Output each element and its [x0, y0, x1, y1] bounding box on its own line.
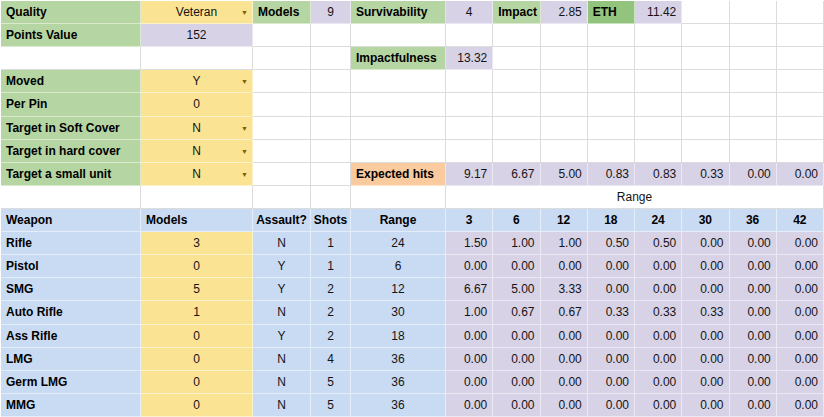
weapon-assault-value: Y	[253, 325, 311, 348]
hard-cover-label: Target in hard cover	[1, 140, 141, 163]
weapon-hits-value: 0.00	[541, 325, 588, 348]
weapon-hits-value: 0.00	[588, 255, 635, 278]
weapon-name: Germ LMG	[1, 371, 141, 394]
weapon-hits-value: 0.33	[682, 301, 729, 324]
empty-cell	[351, 93, 446, 116]
empty-cell	[588, 47, 635, 70]
empty-cell	[311, 163, 351, 186]
empty-cell	[1, 47, 141, 70]
weapon-hits-value: 0.00	[682, 348, 729, 371]
weapon-hits-value: 0.00	[588, 394, 635, 417]
weapon-name: Rifle	[1, 232, 141, 255]
assault-column-header: Assault?	[253, 209, 311, 232]
weapon-models-input[interactable]: 1	[141, 301, 253, 324]
weapon-hits-value: 0.00	[588, 278, 635, 301]
empty-cell	[311, 117, 351, 140]
expected-hits-value: 0.00	[777, 163, 824, 186]
dropdown-arrow-icon[interactable]: ▼	[241, 147, 248, 154]
weapon-hits-value: 0.00	[541, 394, 588, 417]
quality-select[interactable]: Veteran ▼	[141, 1, 253, 24]
weapon-name: Pistol	[1, 255, 141, 278]
weapon-assault-value: Y	[253, 255, 311, 278]
range-value-header: 36	[730, 209, 777, 232]
empty-cell	[253, 47, 311, 70]
empty-cell	[541, 70, 588, 93]
empty-cell	[141, 47, 253, 70]
weapon-shots-value: 1	[311, 255, 351, 278]
range-value-header: 3	[446, 209, 493, 232]
weapon-hits-value: 5.00	[493, 278, 540, 301]
weapon-hits-value: 0.00	[777, 394, 824, 417]
dropdown-arrow-icon[interactable]: ▼	[241, 9, 248, 16]
weapon-hits-value: 0.50	[635, 232, 682, 255]
empty-cell	[493, 117, 540, 140]
hard-cover-select[interactable]: N ▼	[141, 140, 253, 163]
empty-cell	[730, 47, 777, 70]
empty-cell	[351, 24, 446, 47]
impactfulness-value: 13.32	[446, 47, 493, 70]
empty-cell	[541, 93, 588, 116]
weapon-hits-value: 0.00	[730, 232, 777, 255]
points-value: 152	[141, 24, 253, 47]
weapon-assault-value: N	[253, 371, 311, 394]
empty-cell	[682, 93, 729, 116]
empty-cell	[777, 140, 824, 163]
empty-cell	[588, 93, 635, 116]
empty-cell	[446, 70, 493, 93]
empty-cell	[588, 140, 635, 163]
weapon-hits-value: 0.00	[777, 371, 824, 394]
empty-cell	[682, 140, 729, 163]
weapon-hits-value: 0.00	[777, 278, 824, 301]
weapon-hits-value: 0.00	[635, 278, 682, 301]
range-value-header: 42	[777, 209, 824, 232]
expected-hits-value: 9.17	[446, 163, 493, 186]
empty-cell	[253, 163, 311, 186]
weapon-models-input[interactable]: 0	[141, 394, 253, 417]
weapon-models-input[interactable]: 0	[141, 255, 253, 278]
moved-select[interactable]: Y ▼	[141, 70, 253, 93]
weapon-hits-value: 3.33	[541, 278, 588, 301]
weapon-hits-value: 0.00	[493, 394, 540, 417]
weapon-models-input[interactable]: 5	[141, 278, 253, 301]
empty-cell	[730, 24, 777, 47]
weapon-hits-value: 0.50	[588, 232, 635, 255]
soft-cover-select[interactable]: N ▼	[141, 117, 253, 140]
empty-cell	[682, 117, 729, 140]
small-unit-select[interactable]: N ▼	[141, 163, 253, 186]
per-pin-input[interactable]: 0	[141, 93, 253, 116]
weapon-shots-value: 2	[311, 301, 351, 324]
weapon-hits-value: 0.33	[588, 301, 635, 324]
weapon-models-input[interactable]: 0	[141, 325, 253, 348]
weapon-assault-value: N	[253, 394, 311, 417]
empty-cell	[493, 70, 540, 93]
weapon-shots-value: 5	[311, 394, 351, 417]
dropdown-arrow-icon[interactable]: ▼	[241, 124, 248, 131]
weapon-hits-value: 0.00	[446, 371, 493, 394]
weapon-hits-value: 0.00	[493, 371, 540, 394]
dropdown-arrow-icon[interactable]: ▼	[241, 78, 248, 85]
weapon-models-input[interactable]: 3	[141, 232, 253, 255]
dropdown-arrow-icon[interactable]: ▼	[241, 170, 248, 177]
weapon-hits-value: 0.00	[682, 394, 729, 417]
weapon-hits-value: 1.50	[446, 232, 493, 255]
weapon-assault-value: Y	[253, 278, 311, 301]
empty-cell	[635, 47, 682, 70]
weapon-hits-value: 0.00	[730, 394, 777, 417]
weapon-range-value: 30	[351, 301, 446, 324]
weapon-models-input[interactable]: 0	[141, 348, 253, 371]
empty-cell	[588, 24, 635, 47]
empty-cell	[730, 140, 777, 163]
empty-cell	[311, 47, 351, 70]
weapon-hits-value: 0.00	[730, 278, 777, 301]
weapon-models-input[interactable]: 0	[141, 371, 253, 394]
empty-cell	[351, 140, 446, 163]
weapon-hits-value: 0.00	[635, 371, 682, 394]
range-value-header: 30	[682, 209, 729, 232]
weapon-range-value: 36	[351, 348, 446, 371]
empty-cell	[635, 93, 682, 116]
weapon-assault-value: N	[253, 348, 311, 371]
weapon-hits-value: 0.00	[635, 325, 682, 348]
weapon-range-value: 36	[351, 371, 446, 394]
expected-hits-value: 0.00	[730, 163, 777, 186]
empty-cell	[635, 70, 682, 93]
